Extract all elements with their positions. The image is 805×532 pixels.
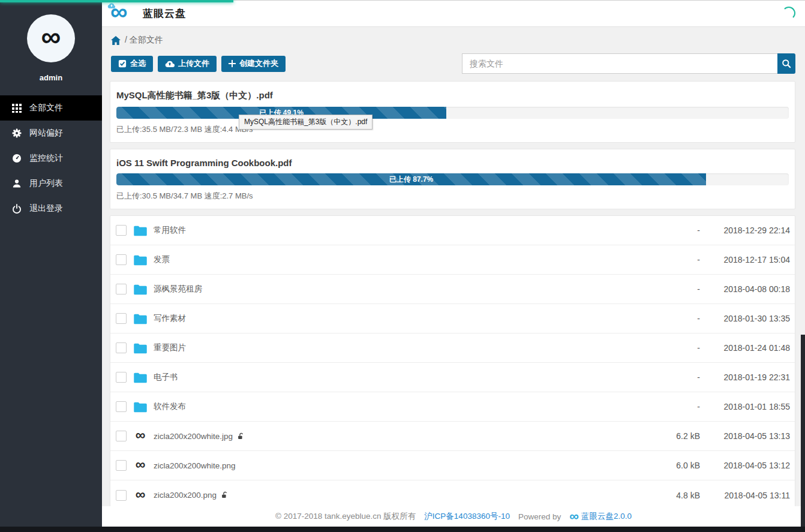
file-infinity-icon: ∞ [136,429,145,441]
file-row[interactable]: ∞ 源枫景苑租房 - 2018-04-08 00:18 [110,275,795,304]
breadcrumb[interactable]: / 全部文件 [102,27,805,46]
row-checkbox[interactable] [116,342,127,353]
file-name[interactable]: 常用软件 [154,225,186,236]
main-area: ∞ 蓝眼云盘 / 全部文件 全选 上传文件 [102,0,805,532]
create-folder-button[interactable]: 创建文件夹 [221,56,286,72]
sidebar-item-preferences[interactable]: 网站偏好 [0,121,102,146]
sidebar-item-label: 全部文件 [29,103,63,113]
loading-spinner-icon [782,7,795,20]
scrollbar[interactable] [801,335,805,532]
file-row[interactable]: ∞ zicla200x200white.jpg 6.2 kB 2018-04-0… [110,422,795,451]
file-row[interactable]: ∞ 电子书 - 2018-01-19 22:31 [110,363,795,392]
row-checkbox[interactable] [116,431,127,441]
sidebar-item-label: 退出登录 [29,203,63,214]
select-all-button[interactable]: 全选 [111,56,153,72]
select-all-label: 全选 [130,58,146,69]
file-date: 2018-04-05 13:13 [700,431,790,441]
gauge-icon [12,154,22,163]
window-bottom-edge [0,527,805,532]
file-name[interactable]: zicla200x200.png [154,491,217,500]
search-input[interactable] [462,53,777,74]
search-group [462,53,795,74]
app-logo[interactable]: ∞ [110,4,136,22]
file-date: 2018-12-29 22:14 [700,226,790,235]
file-row[interactable]: ∞ 发票 - 2018-12-17 15:04 [110,245,795,275]
file-name[interactable]: zicla200x200white.png [154,461,236,470]
sidebar-item-all-files[interactable]: 全部文件 [0,95,102,121]
file-row[interactable]: ∞ zicla200x200.png 4.8 kB 2018-04-05 13:… [110,480,795,510]
upload-file-button[interactable]: 上传文件 [158,56,217,72]
sidebar-item-logout[interactable]: 退出登录 [0,196,102,221]
file-list: ∞ 常用软件 - 2018-12-29 22:14 ∞ 发票 [110,215,795,510]
file-date: 2018-01-19 22:31 [700,372,790,382]
sidebar-item-monitor[interactable]: 监控统计 [0,146,102,171]
file-row[interactable]: ∞ 重要图片 - 2018-01-24 01:48 [110,333,795,363]
breadcrumb-path: / 全部文件 [125,35,163,46]
folder-icon [133,401,148,413]
sidebar-item-label: 监控统计 [29,153,63,164]
file-date: 2018-01-01 18:55 [700,402,790,411]
row-checkbox[interactable] [116,372,127,383]
gear-icon [12,128,22,138]
upload-file-label: 上传文件 [178,58,209,69]
icp-link[interactable]: 沪ICP备14038360号-10 [424,511,510,522]
file-date: 2018-01-24 01:48 [700,343,790,353]
filename-tooltip: MySQL高性能书籍_第3版（中文）.pdf [239,115,373,130]
upload-card: MySQL高性能书籍_第3版（中文）.pdf 已上传 49.1% 已上传:35.… [110,81,795,143]
upload-stats: 已上传:30.5 MB/34.7 MB 速度:2.7 MB/s [116,191,789,202]
user-icon [12,179,22,188]
power-icon [12,204,22,214]
row-checkbox[interactable] [116,254,127,265]
sidebar-menu: 全部文件 网站偏好 监控统计 [0,95,102,221]
row-checkbox[interactable] [116,284,127,294]
upload-progress-bar: 已上传 87.7% [116,173,706,185]
upload-card: iOS 11 Swift Programming Cookbook.pdf 已上… [110,149,795,209]
file-size: 6.0 kB [634,461,700,470]
file-name[interactable]: 软件发布 [154,401,186,412]
folder-icon [133,283,148,295]
file-name[interactable]: 重要图片 [154,342,186,353]
file-name[interactable]: 写作素材 [154,313,186,324]
footer: © 2017-2018 tank.eyeblue.cn 版权所有 沪ICP备14… [102,506,805,527]
search-button[interactable] [777,53,795,74]
check-square-icon [118,59,127,68]
file-size: - [634,372,700,382]
file-name[interactable]: 电子书 [154,372,178,383]
row-checkbox[interactable] [116,460,127,471]
powered-by-text: Powered by [518,512,561,521]
upload-stats: 已上传:35.5 MB/72.3 MB 速度:4.4 MB/s [116,124,789,135]
file-infinity-icon: ∞ [136,458,145,470]
app-header: ∞ 蓝眼云盘 [102,0,805,27]
file-row[interactable]: ∞ 写作素材 - 2018-01-30 13:35 [110,304,795,333]
upload-file-name: iOS 11 Swift Programming Cookbook.pdf [116,158,789,168]
folder-icon [133,371,148,383]
sidebar: ∞ admin 全部文件 网站偏好 [0,0,102,532]
file-row[interactable]: ∞ 常用软件 - 2018-12-29 22:14 [110,216,795,245]
file-name[interactable]: 源枫景苑租房 [154,284,202,294]
row-checkbox[interactable] [116,313,127,324]
brand-version-link[interactable]: 蓝眼云盘2.0.0 [581,511,632,522]
username: admin [0,73,102,82]
avatar[interactable]: ∞ [27,14,75,62]
file-date: 2018-01-30 13:35 [700,314,790,323]
file-size: - [634,314,700,323]
row-checkbox[interactable] [116,490,127,501]
row-checkbox[interactable] [116,401,127,412]
folder-icon [133,224,148,236]
plus-icon [229,60,236,67]
file-row[interactable]: ∞ zicla200x200white.png 6.0 kB 2018-04-0… [110,451,795,480]
file-row[interactable]: ∞ 软件发布 - 2018-01-01 18:55 [110,392,795,422]
home-icon [111,36,121,45]
file-size: - [634,343,700,353]
sidebar-item-users[interactable]: 用户列表 [0,171,102,196]
file-name[interactable]: 发票 [154,254,170,265]
file-date: 2018-04-08 00:18 [700,284,790,294]
cloud-upload-icon [107,2,116,9]
file-size: 4.8 kB [634,491,700,500]
file-date: 2018-12-17 15:04 [700,255,790,265]
app-title: 蓝眼云盘 [143,7,186,20]
cloud-upload-icon [165,60,175,68]
file-name[interactable]: zicla200x200white.jpg [154,432,233,441]
upload-progress-track: 已上传 87.7% [116,173,789,185]
row-checkbox[interactable] [116,225,127,236]
